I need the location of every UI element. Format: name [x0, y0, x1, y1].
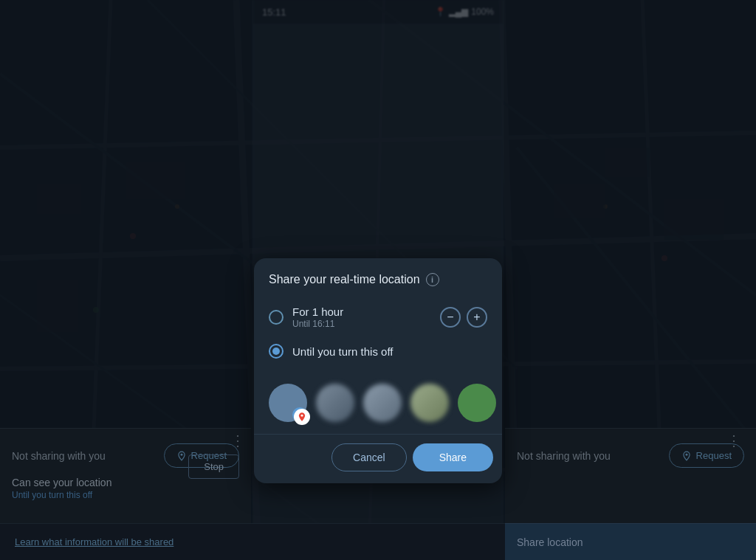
option-1-hour[interactable]: For 1 hour Until 16:11 − +	[269, 298, 487, 336]
option-turn-off-text: Until you turn this off	[292, 345, 487, 358]
share-location-dialog: Share your real-time location i For 1 ho…	[254, 258, 502, 483]
dialog-overlay: Share your real-time location i For 1 ho…	[0, 0, 756, 560]
option-turn-off-label: Until you turn this off	[292, 345, 487, 358]
radio-inner-dot	[272, 348, 280, 355]
dialog-options: For 1 hour Until 16:11 − + Until you tur…	[254, 298, 502, 366]
plus-button[interactable]: +	[467, 307, 487, 328]
share-button[interactable]: Share	[413, 443, 493, 471]
plus-minus-controls: − +	[440, 307, 487, 328]
dialog-actions: Cancel Share	[254, 443, 502, 471]
contacts-row	[254, 378, 502, 435]
radio-1-hour[interactable]	[269, 310, 284, 325]
option-1-hour-sublabel: Until 16:11	[292, 319, 440, 329]
radio-turn-off[interactable]	[269, 344, 284, 359]
dialog-title-row: Share your real-time location i	[254, 258, 502, 298]
contact-avatar-2[interactable]	[316, 384, 354, 422]
minus-button[interactable]: −	[440, 307, 461, 328]
svg-point-28	[301, 415, 303, 417]
contact-avatar-4[interactable]	[410, 384, 449, 422]
info-icon[interactable]: i	[426, 273, 439, 286]
contact-avatar-5[interactable]	[458, 384, 496, 422]
maps-logo-badge	[294, 409, 310, 425]
dialog-title: Share your real-time location	[269, 273, 420, 286]
option-turn-off[interactable]: Until you turn this off	[269, 336, 487, 366]
option-1-hour-text: For 1 hour Until 16:11	[292, 305, 440, 329]
maps-logo-icon	[297, 412, 307, 422]
option-1-hour-label: For 1 hour	[292, 305, 440, 318]
cancel-button[interactable]: Cancel	[331, 443, 407, 471]
contact-avatar-3[interactable]	[363, 384, 402, 422]
contact-selected-avatar[interactable]	[269, 384, 307, 422]
